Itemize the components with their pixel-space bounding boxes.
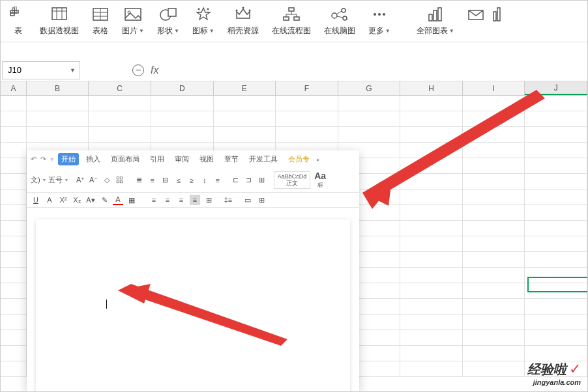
subscript-icon[interactable]: X₂ — [72, 195, 82, 205]
indent-dec-icon[interactable]: ≤ — [173, 175, 184, 186]
highlight-icon[interactable]: ✎ — [99, 195, 110, 205]
word-tab-reference[interactable]: 引用 — [147, 153, 168, 165]
ribbon-pivot-chart[interactable]: 数据透视图 — [33, 5, 85, 36]
ribbon-flowchart[interactable]: 在线流程图 — [265, 5, 317, 36]
border-icon[interactable]: ⊞ — [256, 195, 267, 205]
word-page[interactable] — [36, 219, 350, 392]
ribbon-picture[interactable]: 图片▼ — [115, 5, 151, 36]
svg-rect-2 — [10, 13, 14, 16]
ribbon-label: 图片 — [122, 25, 138, 36]
clear-format-icon[interactable]: ◇ — [102, 175, 112, 186]
zoom-out-icon[interactable]: − — [132, 64, 144, 76]
name-box[interactable]: J10 ▼ — [2, 61, 80, 79]
svg-rect-16 — [168, 8, 176, 16]
col-header-i[interactable]: I — [463, 81, 525, 95]
word-tab-devtools[interactable]: 开发工具 — [246, 153, 281, 165]
svg-rect-4 — [14, 7, 16, 13]
word-tab-insert[interactable]: 插入 — [83, 153, 104, 165]
font-effect-icon[interactable]: A▾ — [85, 195, 96, 205]
indent-inc-icon[interactable]: ≥ — [186, 175, 197, 186]
style-normal[interactable]: AaBbCcDd 正文 — [274, 171, 311, 189]
col-header-h[interactable]: H — [400, 81, 463, 95]
ribbon-icons[interactable]: 图标▼ — [186, 5, 221, 36]
word-tab-vip[interactable]: 会员专 — [285, 153, 313, 165]
increase-font-icon[interactable]: A⁺ — [76, 175, 86, 186]
undo-button[interactable]: ↶ — [31, 155, 37, 163]
ribbon-more[interactable]: 更多▼ — [362, 5, 397, 36]
shading-icon[interactable]: ▦ — [126, 195, 137, 205]
rtl-icon[interactable]: ⊐ — [244, 175, 254, 186]
multilevel-list-icon[interactable]: ⊟ — [160, 175, 171, 186]
svg-point-21 — [242, 7, 244, 9]
chevron-down-icon: ▼ — [209, 28, 214, 34]
word-tab-layout[interactable]: 页面布局 — [108, 153, 143, 165]
chevron-down-icon: ▼ — [70, 67, 76, 74]
fill-icon[interactable]: ▭ — [243, 195, 253, 205]
col-header-e[interactable]: E — [214, 81, 276, 95]
ribbon-table2[interactable]: 表格 — [85, 5, 115, 36]
svg-line-33 — [336, 11, 342, 14]
svg-rect-39 — [434, 10, 437, 21]
ribbon-label: 全部图表 — [417, 25, 448, 36]
ribbon-mindmap[interactable]: 在线脑图 — [317, 5, 362, 36]
col-header-j[interactable]: J — [525, 81, 587, 95]
bullet-list-icon[interactable]: ≣ — [134, 175, 145, 186]
ribbon-shapes[interactable]: 形状▼ — [151, 5, 186, 36]
svg-point-37 — [383, 13, 385, 16]
svg-point-18 — [198, 8, 199, 10]
ribbon-label: 数据透视图 — [40, 25, 79, 36]
svg-rect-42 — [493, 12, 496, 21]
redo-button[interactable]: ↷ — [40, 155, 46, 163]
col-header-d[interactable]: D — [151, 81, 214, 95]
col-header-c[interactable]: C — [89, 81, 151, 95]
word-tab-section[interactable]: 章节 — [221, 153, 242, 165]
fx-icon[interactable]: fx — [151, 64, 158, 76]
watermark-url: jingyanla.com — [527, 378, 581, 386]
ribbon-partial[interactable] — [461, 5, 491, 36]
font-size-select[interactable]: 五号 — [48, 175, 63, 185]
col-header-a[interactable]: A — [1, 81, 27, 95]
ribbon-label: 稻壳资源 — [228, 25, 259, 36]
ribbon-all-charts[interactable]: 全部图表▼ — [410, 5, 461, 36]
more-icon — [371, 5, 388, 24]
word-tab-review[interactable]: 审阅 — [171, 153, 192, 165]
distribute-icon[interactable]: ⊞ — [203, 195, 214, 205]
col-header-b[interactable]: B — [27, 81, 89, 95]
svg-point-22 — [248, 10, 250, 12]
word-tab-start[interactable]: 开始 — [58, 153, 79, 165]
watermark-text: 经验啦 — [527, 362, 566, 376]
text-tool-icon[interactable]: ⊞ — [257, 175, 267, 186]
underline-icon[interactable]: U — [31, 195, 41, 205]
svg-point-35 — [374, 13, 376, 16]
ribbon-docker-resource[interactable]: 稻壳资源 — [221, 5, 265, 36]
number-list-icon[interactable]: ≡ — [147, 175, 158, 186]
word-tab-view[interactable]: 视图 — [196, 153, 217, 165]
svg-rect-13 — [125, 8, 141, 20]
ribbon-partial2[interactable] — [491, 5, 504, 36]
svg-rect-43 — [497, 8, 500, 21]
char-style-icon[interactable]: 㗊 — [115, 175, 125, 186]
ribbon-label: 在线脑图 — [324, 25, 355, 36]
ribbon-label: 形状 — [157, 25, 173, 36]
style-heading[interactable]: Aa 标 — [314, 171, 326, 189]
svg-rect-25 — [294, 17, 299, 20]
decrease-font-icon[interactable]: A⁻ — [89, 175, 99, 186]
sort-icon[interactable]: ↕ — [199, 175, 210, 186]
font-family-label[interactable]: 文) — [31, 175, 40, 185]
svg-point-20 — [235, 10, 237, 12]
font-color-icon[interactable]: A — [113, 195, 123, 205]
ltr-icon[interactable]: ⊏ — [231, 175, 241, 186]
svg-point-30 — [332, 13, 337, 18]
col-header-g[interactable]: G — [338, 81, 401, 95]
line-spacing-icon[interactable]: ‡≡ — [223, 195, 233, 205]
superscript-icon[interactable]: X² — [58, 195, 68, 205]
align-center-icon[interactable]: ≡ — [162, 195, 173, 205]
ribbon-table[interactable]: 表 — [3, 5, 33, 36]
name-box-value: J10 — [8, 65, 22, 75]
strikethrough-icon[interactable]: A — [44, 195, 55, 205]
align-right-icon[interactable]: ≡ — [176, 195, 186, 205]
align-dist-icon[interactable]: ≡ — [213, 175, 223, 186]
align-left-icon[interactable]: ≡ — [149, 195, 159, 205]
col-header-f[interactable]: F — [276, 81, 338, 95]
align-justify-icon[interactable]: ≡ — [190, 195, 200, 205]
